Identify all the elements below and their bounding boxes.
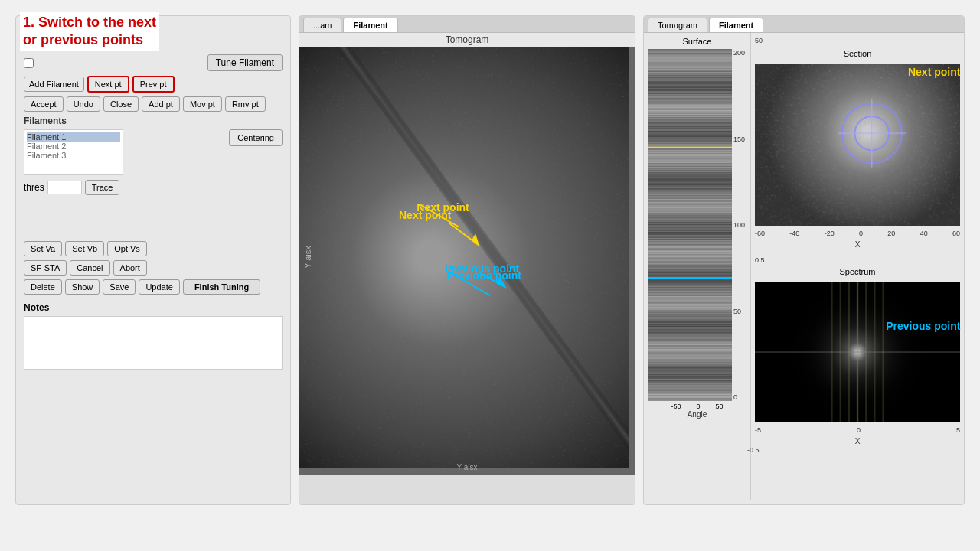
tomogram-canvas [299, 47, 629, 468]
mov-pt-button[interactable]: Mov pt [183, 96, 222, 112]
spectrum-title: Spectrum [755, 267, 960, 276]
annotation-box: 1. Switch to the next or previous points [20, 12, 159, 51]
spectrum-y-top: 0.5 [755, 256, 960, 264]
right-panel: Tomogram Filament Surface 200 150 100 50… [643, 15, 965, 505]
surface-y-ticks: 200 150 100 50 0 [732, 49, 746, 401]
thres-label: thres [24, 182, 44, 193]
spectrum-x-ticks: -505 [755, 426, 960, 434]
right-tabs: Tomogram Filament [644, 16, 964, 33]
next-pt-button[interactable]: Next pt [87, 76, 129, 93]
spectrum-x-label: X [755, 437, 960, 445]
set-buttons-row: Set Va Set Vb Opt Vs [24, 241, 283, 256]
accept-button[interactable]: Accept [24, 96, 64, 112]
tomogram-view: Next point Previous point Y-aisx [299, 47, 635, 475]
annotation-line1: 1. Switch to the next [23, 14, 156, 31]
filaments-list: Filament 1 Filament 2 Filament 3 [24, 129, 123, 175]
filament-2-item[interactable]: Filament 2 [27, 142, 120, 151]
cancel-button[interactable]: Cancel [70, 260, 109, 276]
thres-input[interactable]: 0.05 [47, 181, 82, 194]
left-panel: 1. Switch to the next or previous points… [15, 15, 291, 505]
center-tabs: ...am Filament [299, 16, 635, 33]
notes-label: Notes [24, 302, 283, 313]
center-panel: ...am Filament Tomogram Next point Previ… [299, 15, 635, 505]
set-vb-button[interactable]: Set Vb [65, 241, 104, 256]
y-axis-label-center: Y-aisx [457, 463, 478, 471]
thres-row: thres 0.05 Trace [24, 180, 283, 195]
save-button[interactable]: Save [103, 279, 136, 295]
section-x-label: X [755, 240, 960, 249]
surface-title: Surface [648, 37, 746, 46]
tune-filament-row: Tune Filament [24, 54, 283, 71]
right-content: Surface 200 150 100 50 0 -50050 Angle [644, 33, 964, 500]
tune-filament-checkbox[interactable] [24, 58, 34, 68]
add-pt-button[interactable]: Add pt [142, 96, 180, 112]
main-container: 1. Switch to the next or previous points… [0, 0, 980, 551]
trace-button[interactable]: Trace [85, 180, 120, 195]
filament-3-item[interactable]: Filament 3 [27, 151, 120, 160]
right-charts: 50 Section -60-40-200204060 X 0.5 Spectr… [751, 33, 964, 500]
add-filament-button[interactable]: Add Filament [24, 77, 84, 92]
spacer [24, 195, 283, 241]
next-point-annotation-right: Next point [908, 66, 960, 78]
sf-sta-button[interactable]: SF-STA [24, 260, 67, 276]
add-filament-row: Add Filament Next pt Prev pt [24, 76, 283, 93]
tune-filament-button[interactable]: Tune Filament [207, 54, 283, 71]
undo-button[interactable]: Undo [67, 96, 100, 112]
filaments-label: Filaments [24, 116, 283, 126]
spectrum-canvas [755, 282, 960, 422]
prev-point-annotation-right: Previous point [886, 320, 960, 332]
section-title: Section [755, 49, 960, 58]
final-buttons-row: Delete Show Save Update Finish Tuning [24, 279, 283, 295]
filament-1-item[interactable]: Filament 1 [27, 132, 120, 142]
centering-button[interactable]: Centering [229, 129, 283, 146]
edit-buttons-row: Accept Undo Close Add pt Mov pt Rmv pt [24, 96, 283, 112]
surface-x-label: Angle [648, 410, 746, 419]
right-y-top: 50 [755, 37, 960, 44]
finish-tuning-button[interactable]: Finish Tuning [183, 279, 260, 295]
annotation-line2: or previous points [23, 31, 156, 49]
show-button[interactable]: Show [65, 279, 100, 295]
filaments-row: Filament 1 Filament 2 Filament 3 Centeri… [24, 129, 283, 175]
tab-tomogram-right[interactable]: Tomogram [648, 18, 707, 32]
tab-filament-right[interactable]: Filament [709, 18, 763, 32]
update-button[interactable]: Update [139, 279, 179, 295]
notes-textarea[interactable] [24, 316, 283, 370]
surface-x-ticks: -50050 [648, 403, 746, 410]
tab-tomogram-center[interactable]: ...am [303, 18, 341, 32]
tomogram-title: Tomogram [299, 33, 635, 47]
section-x-ticks: -60-40-200204060 [755, 230, 960, 237]
prev-pt-button[interactable]: Prev pt [132, 76, 175, 93]
abort-button[interactable]: Abort [113, 260, 147, 276]
surface-panel: Surface 200 150 100 50 0 -50050 Angle [644, 33, 751, 500]
opt-vs-button[interactable]: Opt Vs [107, 241, 147, 256]
section-canvas [755, 64, 960, 226]
spectrum-y-bottom: -0.5 [747, 446, 760, 454]
tab-filament-center[interactable]: Filament [343, 18, 397, 32]
surface-canvas [648, 49, 732, 401]
rmv-pt-button[interactable]: Rmv pt [225, 96, 266, 112]
delete-button[interactable]: Delete [24, 279, 62, 295]
set-va-button[interactable]: Set Va [24, 241, 62, 256]
close-button[interactable]: Close [103, 96, 139, 112]
sfsta-buttons-row: SF-STA Cancel Abort [24, 260, 283, 276]
